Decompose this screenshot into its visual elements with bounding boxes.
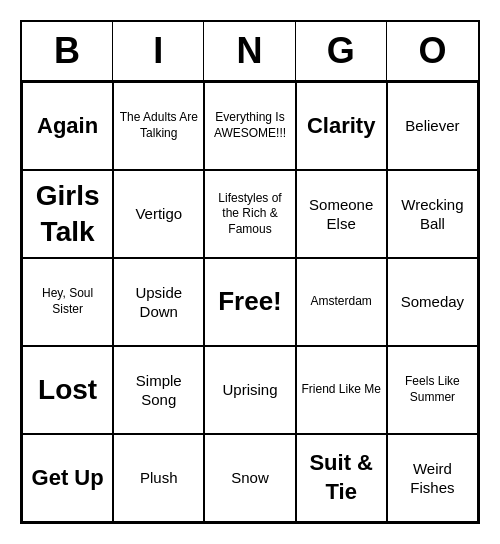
bingo-cell: Believer xyxy=(387,82,478,170)
bingo-cell: Hey, Soul Sister xyxy=(22,258,113,346)
bingo-cell: Get Up xyxy=(22,434,113,522)
bingo-cell: Again xyxy=(22,82,113,170)
bingo-cell: Wrecking Ball xyxy=(387,170,478,258)
bingo-header: BINGO xyxy=(22,22,478,82)
bingo-cell: Everything Is AWESOME!!! xyxy=(204,82,295,170)
header-letter: B xyxy=(22,22,113,80)
bingo-card: BINGO AgainThe Adults Are TalkingEveryth… xyxy=(20,20,480,524)
bingo-cell: Vertigo xyxy=(113,170,204,258)
header-letter: N xyxy=(204,22,295,80)
bingo-cell: Amsterdam xyxy=(296,258,387,346)
bingo-cell: Snow xyxy=(204,434,295,522)
header-letter: I xyxy=(113,22,204,80)
bingo-cell: Lifestyles of the Rich & Famous xyxy=(204,170,295,258)
bingo-cell: Feels Like Summer xyxy=(387,346,478,434)
bingo-cell: Plush xyxy=(113,434,204,522)
bingo-cell: The Adults Are Talking xyxy=(113,82,204,170)
bingo-cell: Free! xyxy=(204,258,295,346)
bingo-cell: Simple Song xyxy=(113,346,204,434)
header-letter: G xyxy=(296,22,387,80)
bingo-cell: Weird Fishes xyxy=(387,434,478,522)
bingo-cell: Upside Down xyxy=(113,258,204,346)
bingo-grid: AgainThe Adults Are TalkingEverything Is… xyxy=(22,82,478,522)
bingo-cell: Girls Talk xyxy=(22,170,113,258)
bingo-cell: Lost xyxy=(22,346,113,434)
bingo-cell: Uprising xyxy=(204,346,295,434)
bingo-cell: Someday xyxy=(387,258,478,346)
bingo-cell: Clarity xyxy=(296,82,387,170)
bingo-cell: Suit & Tie xyxy=(296,434,387,522)
header-letter: O xyxy=(387,22,478,80)
bingo-cell: Someone Else xyxy=(296,170,387,258)
bingo-cell: Friend Like Me xyxy=(296,346,387,434)
